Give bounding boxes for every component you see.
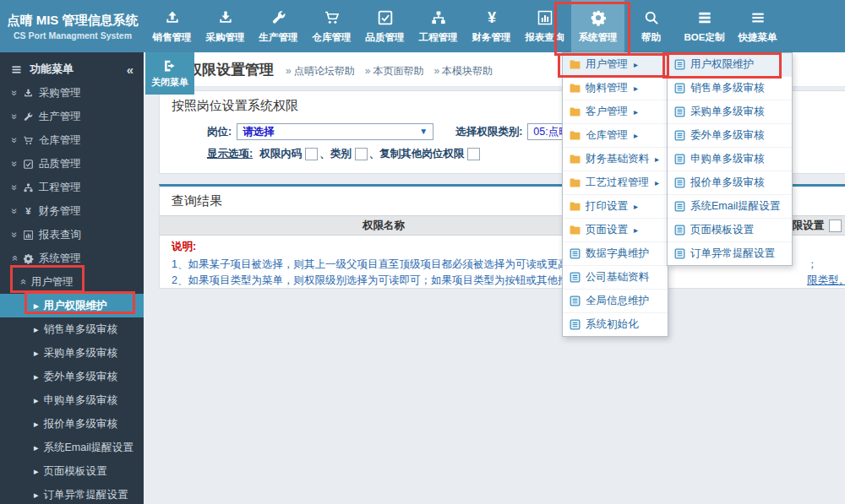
menu-item-finance-base[interactable]: 财务基础资料 ▸	[563, 148, 668, 171]
doc-icon	[569, 271, 581, 284]
arrow-icon: ▸	[34, 324, 39, 335]
sidebar-item-engineering[interactable]: » 工程管理	[0, 176, 144, 199]
option-checkbox[interactable]	[305, 148, 318, 160]
doc-icon	[673, 200, 686, 213]
arrow-icon: ▸	[34, 395, 39, 406]
nav-item-quickmenu[interactable]: 快捷菜单	[731, 0, 784, 52]
submenu-item-order-alert[interactable]: 订单异常提醒设置	[668, 242, 792, 265]
nav-item-warehouse[interactable]: 仓库管理	[305, 0, 358, 52]
sidebar-item-purchase-audit[interactable]: ▸ 采购单多级审核	[0, 341, 144, 365]
chevron-icon: »	[9, 209, 19, 214]
sidebar-item-reports[interactable]: » 报表查询	[0, 223, 144, 247]
option-checkbox[interactable]	[355, 148, 368, 160]
nav-item-production[interactable]: 生产管理	[252, 0, 305, 52]
menu-item-usermgmt[interactable]: 用户管理 ▸	[563, 53, 668, 77]
sidebar-item-usermgmt[interactable]: » 用户管理	[0, 270, 144, 294]
breadcrumb-text: 点晴论坛帮助	[294, 65, 355, 77]
option-separator: 、	[369, 147, 380, 161]
cart-icon	[324, 9, 341, 26]
nav-item-finance[interactable]: 财务管理	[465, 0, 518, 52]
menu-item-process[interactable]: 工艺过程管理 ▸	[563, 171, 668, 195]
menu-item-label: 工艺过程管理	[586, 176, 649, 190]
yen-icon	[483, 9, 500, 26]
sidebar-item-email-reminder[interactable]: ▸ 系统Email提醒设置	[0, 436, 144, 459]
arrow-icon: ▸	[34, 490, 39, 501]
menu-item-label: 数据字典维护	[586, 247, 649, 261]
sidebar-item-warehouse[interactable]: » 仓库管理	[0, 128, 144, 152]
sidebar: 功能菜单 « » 采购管理 » 生产管理 » 仓库管理	[0, 52, 144, 504]
submenu-item-page-template[interactable]: 页面模板设置	[668, 219, 792, 242]
menu-item-global-info[interactable]: 全局信息维护	[563, 290, 668, 313]
sidebar-item-quote-audit[interactable]: ▸ 报价单多级审核	[0, 412, 144, 436]
nav-item-purchase[interactable]: 采购管理	[199, 0, 252, 52]
sidebar-item-page-template[interactable]: ▸ 页面模板设置	[0, 459, 144, 483]
sidebar-item-system[interactable]: » 系统管理	[0, 247, 144, 270]
sidebar-item-outsource-audit[interactable]: ▸ 委外单多级审核	[0, 365, 144, 388]
breadcrumb-link[interactable]: »本模块帮助	[433, 64, 493, 79]
select-all-checkbox[interactable]	[829, 219, 842, 232]
breadcrumb-text: 本模块帮助	[442, 65, 493, 77]
nav-item-help[interactable]: 帮助	[624, 0, 678, 52]
menu-item-material[interactable]: 物料管理 ▸	[563, 77, 668, 100]
submenu-item-sales-audit[interactable]: 销售单多级审核	[668, 77, 792, 100]
sidebar-item-quality[interactable]: » 品质管理	[0, 152, 144, 176]
sidebar-item-label: 订单异常提醒设置	[44, 488, 128, 502]
sidebar-item-sales-audit[interactable]: ▸ 销售单多级审核	[0, 317, 144, 341]
arrow-icon: ▸	[34, 371, 39, 382]
sidebar-item-finance[interactable]: » 财务管理	[0, 199, 144, 223]
chart-icon	[537, 9, 553, 26]
job-select-value: 请选择	[243, 125, 275, 139]
submenu-item-email-reminder[interactable]: 系统Email提醒设置	[668, 195, 792, 219]
collapse-sidebar-icon[interactable]: «	[127, 62, 134, 77]
submenu-item-purchase-audit[interactable]: 采购单多级审核	[668, 100, 792, 124]
menu-item-system-init[interactable]: 系统初始化	[563, 313, 668, 336]
folder-icon	[569, 106, 581, 118]
sidebar-item-production[interactable]: » 生产管理	[0, 105, 144, 128]
app-title: 点晴 MIS 管理信息系统	[7, 13, 138, 29]
sidebar-item-purchase[interactable]: » 采购管理	[0, 81, 144, 105]
sidebar-item-request-audit[interactable]: ▸ 申购单多级审核	[0, 388, 144, 412]
nav-item-reports[interactable]: 报表查询	[518, 0, 571, 52]
submenu-item-user-permission[interactable]: 用户权限维护	[668, 53, 792, 77]
submenu-item-quote-audit[interactable]: 报价单多级审核	[668, 171, 792, 195]
sidebar-header: 功能菜单 «	[0, 52, 144, 81]
arrow-icon: ▸	[34, 301, 39, 312]
chevron-icon: »	[9, 232, 19, 238]
menu-item-page[interactable]: 页面设置 ▸	[563, 219, 668, 242]
menu-item-dictionary[interactable]: 数据字典维护	[563, 242, 668, 266]
nav-item-boe[interactable]: BOE定制	[678, 0, 731, 52]
gear-icon	[590, 9, 607, 26]
nav-item-system[interactable]: 系统管理	[571, 0, 624, 52]
nav-item-quality[interactable]: 品质管理	[358, 0, 412, 52]
submenu-arrow-icon: ▸	[655, 154, 659, 164]
nav-item-sales[interactable]: 销售管理	[145, 0, 199, 52]
doc-icon	[673, 129, 686, 142]
submenu-item-label: 系统Email提醒设置	[690, 199, 780, 214]
menu-item-customer[interactable]: 客户管理 ▸	[563, 100, 668, 124]
option-permission-code: 权限内码、	[259, 147, 330, 161]
nav-item-engineering[interactable]: 工程管理	[412, 0, 465, 52]
breadcrumb-text: 本页面帮助	[373, 65, 423, 77]
folder-icon	[569, 129, 581, 142]
submenu-item-outsource-audit[interactable]: 委外单多级审核	[668, 124, 792, 148]
breadcrumb-separator: »	[365, 65, 371, 77]
chevron-icon: »	[9, 185, 19, 191]
doc-icon	[569, 247, 581, 260]
option-checkbox[interactable]	[467, 148, 480, 160]
menu-item-label: 仓库管理	[586, 128, 628, 143]
menu-item-print[interactable]: 打印设置 ▸	[563, 195, 668, 219]
sidebar-item-label: 委外单多级审核	[44, 370, 118, 384]
menu-icon	[750, 9, 766, 26]
menu-item-warehouse[interactable]: 仓库管理 ▸	[563, 124, 668, 148]
close-menu-button[interactable]: 关闭菜单	[145, 52, 194, 95]
sidebar-item-label: 销售单多级审核	[44, 322, 118, 337]
sidebar-item-user-permission[interactable]: ▸ 用户权限维护	[0, 294, 144, 317]
wrench-icon	[270, 9, 287, 26]
menu-item-company-base[interactable]: 公司基础资料	[563, 266, 668, 290]
breadcrumb-link[interactable]: »本页面帮助	[365, 64, 424, 79]
job-select[interactable]: 请选择 ▼	[237, 123, 433, 140]
breadcrumb-link[interactable]: »点晴论坛帮助	[286, 64, 355, 79]
submenu-item-request-audit[interactable]: 申购单多级审核	[668, 148, 792, 171]
menu-item-label: 客户管理	[586, 105, 628, 119]
sidebar-item-order-alert[interactable]: ▸ 订单异常提醒设置	[0, 483, 144, 504]
